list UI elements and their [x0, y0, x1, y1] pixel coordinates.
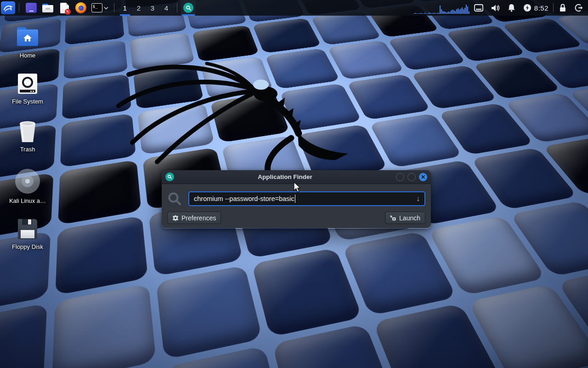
workspace-1[interactable]: 1	[118, 0, 132, 16]
launch-button[interactable]: Launch	[385, 212, 425, 224]
preferences-button[interactable]: Preferences	[167, 212, 221, 224]
maximize-button[interactable]	[407, 173, 416, 181]
command-input[interactable]: chromium --password-store=basic ↓	[188, 191, 425, 206]
desktop-icon-label: Floppy Disk	[12, 243, 43, 250]
application-finder-panel-button[interactable]	[181, 0, 196, 16]
floppy-disk-icon	[18, 219, 37, 239]
command-input-value: chromium --password-store=basic	[194, 195, 294, 202]
dropdown-arrow-icon[interactable]: ↓	[416, 195, 420, 203]
clock[interactable]: 8:52	[534, 4, 548, 12]
cpu-graph[interactable]	[413, 2, 469, 14]
launcher-file-manager[interactable]	[41, 1, 55, 15]
window-title: Application Finder	[174, 173, 396, 180]
text-caret	[295, 195, 296, 203]
file-manager-icon	[42, 4, 53, 12]
desktop-icon-trash[interactable]: Trash	[6, 121, 50, 153]
workspace-4[interactable]: 4	[159, 0, 173, 16]
display-icon[interactable]	[474, 4, 483, 12]
application-finder-icon	[183, 3, 193, 13]
lock-screen-icon[interactable]	[559, 4, 566, 12]
trash-icon	[17, 120, 38, 143]
terminal-dropdown-icon: $_	[91, 3, 102, 12]
launch-label: Launch	[399, 214, 420, 222]
logout-icon[interactable]	[575, 4, 583, 12]
preferences-label: Preferences	[181, 214, 216, 222]
chevron-down-icon[interactable]	[104, 6, 108, 10]
window-app-icon	[165, 172, 174, 181]
power-manager-icon[interactable]	[523, 4, 531, 12]
launcher-text-editor[interactable]: ✎	[57, 1, 71, 15]
workspace-3[interactable]: 3	[146, 0, 159, 16]
minimize-button[interactable]	[396, 173, 404, 181]
panel-separator	[553, 3, 554, 12]
kali-docs-icon	[15, 169, 40, 194]
workspace-2[interactable]: 2	[132, 0, 146, 16]
top-panel: ✎ $_ 1 2 3 4 8:52	[0, 0, 588, 16]
panel-separator	[177, 3, 177, 12]
firefox-icon	[75, 2, 86, 13]
kali-menu-icon	[3, 3, 13, 12]
launch-run-icon	[390, 215, 396, 221]
launcher-terminal-app[interactable]	[24, 1, 38, 15]
file-system-drive-icon	[18, 74, 37, 94]
panel-separator	[19, 3, 19, 12]
applications-menu-button[interactable]	[1, 1, 15, 14]
panel-separator	[114, 3, 114, 12]
close-button[interactable]: ✕	[419, 173, 427, 181]
text-editor-icon: ✎	[60, 3, 69, 13]
home-folder-icon	[17, 29, 38, 46]
terminal-app-icon	[26, 3, 37, 13]
desktop-icon-kali-docs[interactable]: Kali Linux a…	[6, 168, 50, 204]
gear-icon	[172, 215, 179, 221]
desktop-icon-floppy-disk[interactable]: Floppy Disk	[6, 218, 50, 250]
application-finder-window: Application Finder ✕ chromium --password…	[162, 170, 431, 229]
notifications-bell-icon[interactable]	[508, 4, 515, 12]
desktop-icon-home[interactable]: Home	[6, 27, 50, 59]
desktop-icon-label: Trash	[20, 146, 35, 153]
desktop-icon-file-system[interactable]: File System	[6, 73, 50, 105]
launcher-terminal-emulator[interactable]: $_	[90, 1, 109, 15]
search-icon	[167, 191, 182, 206]
desktop-icon-label: File System	[12, 98, 43, 105]
desktop-icon-label: Home	[20, 52, 36, 59]
launcher-firefox[interactable]	[74, 1, 88, 15]
volume-icon[interactable]	[491, 4, 500, 12]
mouse-cursor	[294, 182, 302, 193]
desktop-icon-label: Kali Linux a…	[9, 197, 46, 204]
